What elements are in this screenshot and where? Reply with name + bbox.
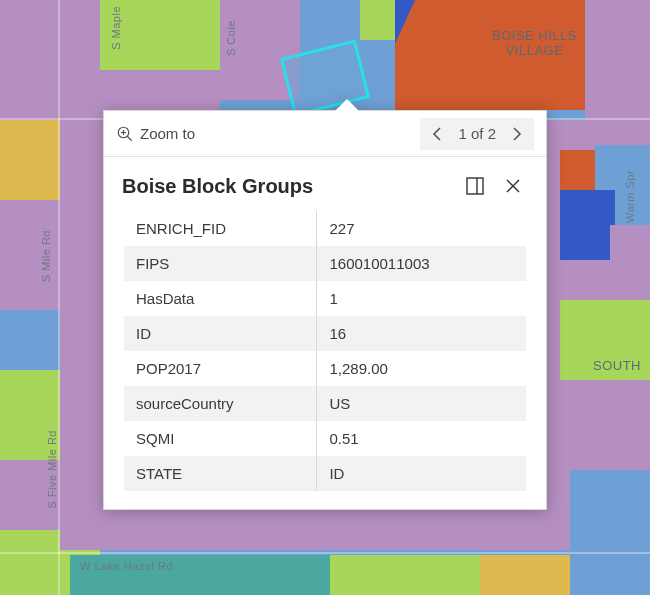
- feature-pager: 1 of 2: [420, 118, 534, 150]
- popup-pointer: [335, 99, 359, 111]
- popup-header: Boise Block Groups: [104, 157, 546, 211]
- table-row: POP20171,289.00: [124, 351, 526, 386]
- dock-button[interactable]: [460, 171, 490, 201]
- attr-value: 0.51: [317, 421, 526, 456]
- map-label-warm-springs: Warm Spr: [624, 170, 636, 223]
- attr-key: ENRICH_FID: [124, 211, 317, 246]
- svg-line-1: [127, 136, 132, 141]
- attr-value: 1,289.00: [317, 351, 526, 386]
- map-label-s-maple: S Maple: [110, 6, 122, 50]
- map-label-south: SOUTH: [593, 358, 641, 373]
- map-label-s-five-mile-rd: S Five Mile Rd: [46, 430, 58, 509]
- table-row: STATEID: [124, 456, 526, 491]
- attr-key: ID: [124, 316, 317, 351]
- popup-toolbar: Zoom to 1 of 2: [104, 111, 546, 157]
- attr-key: STATE: [124, 456, 317, 491]
- attr-key: POP2017: [124, 351, 317, 386]
- feature-popup: Zoom to 1 of 2 Boise Block Groups: [103, 110, 547, 510]
- map-label-lake-hazel: W Lake Hazel Rd: [80, 560, 173, 572]
- svg-rect-4: [467, 178, 483, 194]
- attr-value: 16: [317, 316, 526, 351]
- attribute-table: ENRICH_FID227FIPS160010011003HasData1ID1…: [124, 211, 526, 491]
- table-row: ID16: [124, 316, 526, 351]
- attr-value: 160010011003: [317, 246, 526, 281]
- table-row: SQMI0.51: [124, 421, 526, 456]
- attr-value: ID: [317, 456, 526, 491]
- attr-key: SQMI: [124, 421, 317, 456]
- attr-key: HasData: [124, 281, 317, 316]
- attr-key: FIPS: [124, 246, 317, 281]
- table-row: HasData1: [124, 281, 526, 316]
- attr-value: 227: [317, 211, 526, 246]
- pager-next-button[interactable]: [506, 123, 528, 145]
- pager-prev-button[interactable]: [426, 123, 448, 145]
- attr-value: US: [317, 386, 526, 421]
- zoom-to-label: Zoom to: [140, 125, 195, 142]
- close-button[interactable]: [498, 171, 528, 201]
- table-row: sourceCountryUS: [124, 386, 526, 421]
- map-label-boise-hills: BOISE HILLSVILLAGE: [492, 28, 577, 58]
- popup-title: Boise Block Groups: [122, 175, 452, 198]
- attr-value: 1: [317, 281, 526, 316]
- map-label-s-cole: S Cole: [225, 20, 237, 56]
- pager-text: 1 of 2: [454, 125, 500, 142]
- attr-key: sourceCountry: [124, 386, 317, 421]
- zoom-to-button[interactable]: Zoom to: [116, 125, 195, 143]
- zoom-in-icon: [116, 125, 134, 143]
- table-row: ENRICH_FID227: [124, 211, 526, 246]
- map-label-s-mile-rd: S Mile Rd: [40, 230, 52, 282]
- table-row: FIPS160010011003: [124, 246, 526, 281]
